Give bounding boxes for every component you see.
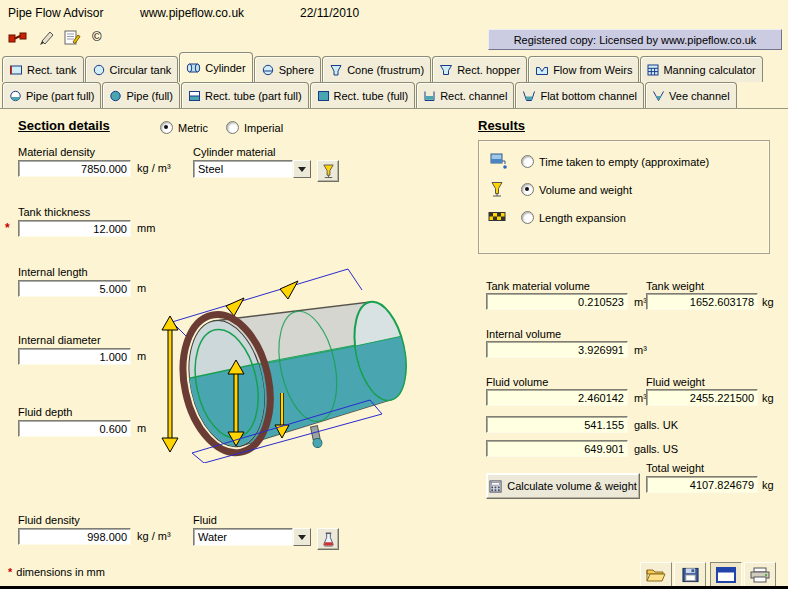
tab-label: Cylinder	[205, 62, 245, 74]
internal-diameter-input[interactable]: 1.000	[18, 348, 131, 365]
tab-flat-bottom-channel[interactable]: Flat bottom channel	[515, 82, 644, 108]
tab-flow-from-weirs[interactable]: Flow from Weirs	[528, 56, 639, 82]
rect-channel-icon	[423, 90, 436, 102]
tab-rect-tank[interactable]: Rect. tank	[2, 56, 84, 82]
internal-length-label: Internal length	[18, 266, 146, 278]
internal-length-input[interactable]: 5.000	[18, 280, 131, 297]
fluid-weight-unit: kg	[762, 392, 774, 404]
option-length-expansion[interactable]: Length expansion	[521, 211, 626, 224]
length-expansion-radio[interactable]	[521, 211, 534, 224]
cylinder-material-select[interactable]: Steel	[193, 160, 311, 178]
tab-sphere[interactable]: Sphere	[254, 56, 321, 82]
tab-rect-tube-full[interactable]: Rect. tube (full)	[310, 82, 416, 108]
calculate-volume-weight-button[interactable]: Calculate volume & weight	[486, 473, 640, 499]
fluid-depth-group: Fluid depth 0.600 m	[18, 406, 146, 437]
fluid-density-unit: kg / m³	[137, 530, 171, 542]
tab-label: Sphere	[279, 64, 314, 76]
volume-weight-icon	[490, 181, 504, 198]
material-density-input[interactable]: 7850.000	[18, 160, 131, 177]
fluid-depth-input[interactable]: 0.600	[18, 420, 131, 437]
time-to-empty-radio[interactable]	[521, 155, 534, 168]
pipe-fitting-icon[interactable]	[8, 31, 28, 45]
imperial-label: Imperial	[244, 122, 283, 134]
tab-label: Rect. hopper	[457, 64, 520, 76]
imperial-radio[interactable]: Imperial	[226, 121, 283, 134]
fluid-depth-unit: m	[137, 422, 146, 434]
metric-radio-circle[interactable]	[160, 121, 173, 134]
tab-rect-channel[interactable]: Rect. channel	[416, 82, 514, 108]
copyright-icon[interactable]: ©	[92, 29, 102, 44]
fluid-density-input[interactable]: 998.000	[18, 528, 131, 545]
save-button[interactable]	[674, 562, 706, 588]
fluid-beaker-button[interactable]	[317, 528, 339, 550]
circular-tank-icon	[92, 64, 106, 76]
fluid-volume-uk-unit: galls. UK	[634, 419, 678, 431]
cylinder-diagram	[130, 248, 440, 463]
note-asterisk: *	[8, 566, 12, 578]
calculator-grid-icon	[647, 64, 659, 76]
tank-thickness-input[interactable]: 12.000	[18, 220, 131, 237]
weir-icon	[535, 64, 549, 76]
rect-tube-part-full-icon	[188, 90, 201, 102]
open-file-button[interactable]	[640, 562, 672, 588]
fluid-volume-field: 2.460142	[486, 389, 628, 406]
cylinder-material-dropdown-arrow[interactable]	[293, 160, 311, 178]
internal-diameter-group: Internal diameter 1.000 m	[18, 334, 146, 365]
imperial-radio-circle[interactable]	[226, 121, 239, 134]
material-funnel-button[interactable]	[317, 160, 339, 182]
open-folder-icon	[646, 567, 666, 583]
tab-vee-channel[interactable]: Vee channel	[645, 82, 737, 108]
printer-icon	[750, 567, 770, 583]
dimensions-note: * dimensions in mm	[8, 566, 105, 578]
beaker-icon	[322, 532, 335, 547]
tab-label: Rect. tube (part full)	[205, 90, 302, 102]
tab-row-2: Pipe (part full) Pipe (full) Rect. tube …	[2, 82, 737, 108]
tab-label: Flow from Weirs	[553, 64, 632, 76]
material-density-group: Material density 7850.000 kg / m³	[18, 146, 171, 177]
fluid-volume-unit: m³	[634, 392, 647, 404]
date-text: 22/11/2010	[300, 6, 359, 20]
metric-radio[interactable]: Metric	[160, 121, 208, 134]
funnel-icon	[322, 164, 335, 179]
fluid-group: Fluid Water	[193, 514, 311, 546]
option-volume-weight[interactable]: Volume and weight	[521, 183, 632, 196]
fluid-volume-uk-field: 541.155	[486, 416, 628, 433]
tab-label: Rect. tank	[27, 64, 77, 76]
notepad-icon[interactable]	[64, 30, 81, 45]
tab-label: Pipe (full)	[126, 90, 172, 102]
fluid-weight-field: 2455.221500	[646, 389, 758, 406]
report-window-button[interactable]	[710, 562, 742, 588]
internal-diameter-label: Internal diameter	[18, 334, 146, 346]
option-label: Time taken to empty (approximate)	[539, 156, 709, 168]
internal-volume-unit: m³	[634, 344, 647, 356]
metric-label: Metric	[178, 122, 208, 134]
pipe-part-full-icon	[9, 90, 22, 102]
results-title: Results	[478, 118, 525, 133]
tab-cylinder[interactable]: Cylinder	[179, 52, 252, 82]
tab-cone-frustrum[interactable]: Cone (frustrum)	[322, 56, 431, 82]
tank-material-volume-field: 0.210523	[486, 293, 628, 310]
cylinder-material-label: Cylinder material	[193, 146, 311, 158]
vee-channel-icon	[652, 90, 665, 102]
total-weight-field: 4107.824679	[646, 476, 758, 493]
tab-pipe-part-full[interactable]: Pipe (part full)	[2, 82, 101, 108]
tab-rect-hopper[interactable]: Rect. hopper	[432, 56, 527, 82]
fluid-value: Water	[193, 528, 293, 546]
tab-label: Rect. channel	[440, 90, 507, 102]
tab-circular-tank[interactable]: Circular tank	[85, 56, 179, 82]
fluid-select[interactable]: Water	[193, 528, 311, 546]
tab-manning-calculator[interactable]: Manning calculator	[640, 56, 762, 82]
tank-thickness-label: Tank thickness	[18, 206, 155, 218]
fluid-volume-us-field: 649.901	[486, 440, 628, 457]
option-time-to-empty[interactable]: Time taken to empty (approximate)	[521, 155, 709, 168]
fluid-dropdown-arrow[interactable]	[293, 528, 311, 546]
length-expansion-icon	[488, 209, 506, 224]
print-button[interactable]	[744, 562, 776, 588]
volume-weight-radio[interactable]	[521, 183, 534, 196]
tab-label: Pipe (part full)	[26, 90, 94, 102]
tab-pipe-full[interactable]: Pipe (full)	[102, 82, 179, 108]
drawing-pen-icon[interactable]	[38, 30, 56, 45]
tab-rect-tube-part-full[interactable]: Rect. tube (part full)	[181, 82, 309, 108]
option-label: Volume and weight	[539, 184, 632, 196]
cylinder-material-group: Cylinder material Steel	[193, 146, 311, 178]
